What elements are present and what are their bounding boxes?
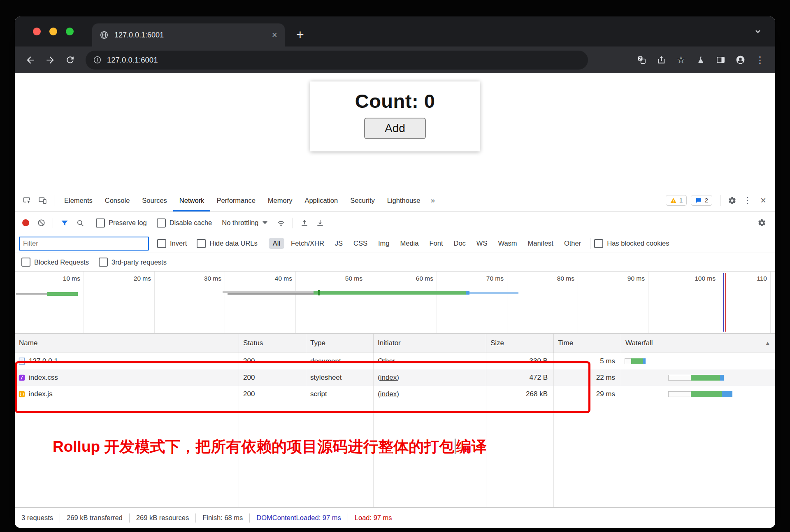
bookmark-star-icon[interactable]: ☆ — [672, 51, 690, 69]
record-network-log-button[interactable] — [22, 219, 29, 226]
address-bar[interactable]: 127.0.0.1:6001 — [86, 51, 588, 70]
close-window-button[interactable] — [33, 28, 41, 35]
export-har-icon[interactable] — [312, 212, 328, 234]
third-party-requests-checkbox[interactable]: 3rd-party requests — [99, 258, 167, 267]
resources-size: 269 kB resources — [136, 514, 189, 522]
back-button[interactable] — [21, 51, 40, 69]
table-row[interactable]: index.css 200 stylesheet (index) 472 B 2… — [15, 369, 775, 386]
extension-flask-icon[interactable] — [692, 51, 709, 69]
table-row[interactable]: 127.0.0.1 200 document Other 330 B 5 ms — [15, 353, 775, 369]
filter-type-wasm[interactable]: Wasm — [494, 238, 521, 249]
tab-sources[interactable]: Sources — [136, 189, 173, 211]
filter-type-manifest[interactable]: Manifest — [524, 238, 558, 249]
site-info-icon[interactable] — [93, 56, 102, 64]
devtools-settings-gear-icon[interactable] — [724, 196, 740, 205]
tab-elements[interactable]: Elements — [58, 189, 99, 211]
filter-type-img[interactable]: Img — [374, 238, 394, 249]
column-header-type[interactable]: Type — [306, 334, 374, 353]
blocked-requests-checkbox[interactable]: Blocked Requests — [21, 258, 89, 267]
tab-performance[interactable]: Performance — [210, 189, 261, 211]
profile-avatar[interactable] — [732, 51, 749, 69]
tab-console[interactable]: Console — [99, 189, 136, 211]
filter-type-css[interactable]: CSS — [349, 238, 372, 249]
filter-type-font[interactable]: Font — [425, 238, 447, 249]
import-har-icon[interactable] — [297, 212, 312, 234]
hide-data-urls-checkbox[interactable]: Hide data URLs — [197, 239, 257, 248]
tab-lighthouse[interactable]: Lighthouse — [381, 189, 427, 211]
devtools-menu-icon[interactable]: ⋮ — [740, 195, 755, 205]
new-tab-button[interactable]: + — [296, 28, 304, 41]
filter-type-other[interactable]: Other — [560, 238, 585, 249]
transferred-size: 269 kB transferred — [67, 514, 123, 522]
column-header-initiator[interactable]: Initiator — [374, 334, 486, 353]
initiator-link[interactable]: (index) — [378, 374, 399, 381]
waterfall-waiting-bar — [668, 375, 692, 381]
warnings-badge[interactable]: 1 — [666, 195, 687, 206]
overview-request-bar — [16, 293, 47, 295]
add-button[interactable]: Add — [364, 118, 426, 139]
initiator-link[interactable]: (index) — [378, 390, 399, 398]
issues-count: 2 — [704, 197, 708, 204]
waterfall-content-bar — [691, 391, 722, 397]
search-icon[interactable] — [72, 212, 88, 234]
filter-type-fetch-xhr[interactable]: Fetch/XHR — [287, 238, 328, 249]
tab-application[interactable]: Application — [298, 189, 344, 211]
filter-funnel-icon[interactable] — [57, 212, 72, 234]
issues-badge[interactable]: 2 — [691, 195, 712, 206]
tab-memory[interactable]: Memory — [262, 189, 299, 211]
filter-type-doc[interactable]: Doc — [450, 238, 470, 249]
reload-button[interactable] — [61, 51, 79, 69]
throttling-value: No throttling — [222, 219, 258, 227]
minimize-window-button[interactable] — [49, 28, 57, 35]
filter-type-all[interactable]: All — [269, 238, 284, 249]
inspect-element-icon[interactable] — [19, 189, 35, 211]
network-filter-input[interactable] — [19, 237, 149, 251]
table-row[interactable]: index.js 200 script (index) 268 kB 29 ms — [15, 386, 775, 402]
tab-network[interactable]: Network — [173, 189, 211, 211]
column-header-waterfall[interactable]: Waterfall ▲ — [621, 334, 775, 353]
time-tick-label: 50 ms — [328, 275, 362, 282]
request-type: script — [306, 386, 374, 402]
zoom-window-button[interactable] — [66, 28, 74, 35]
preserve-log-checkbox[interactable]: Preserve log — [96, 218, 147, 228]
clear-network-log-icon[interactable] — [33, 212, 49, 234]
disable-cache-checkbox[interactable]: Disable cache — [157, 218, 212, 228]
tab-close-icon[interactable]: × — [272, 30, 277, 40]
message-bubble-icon — [695, 197, 702, 204]
side-panel-icon[interactable] — [712, 51, 729, 69]
filter-type-ws[interactable]: WS — [472, 238, 492, 249]
annotation-text: Rollup 开发模式下，把所有依赖的项目源码进行整体的打包编译 — [53, 437, 486, 457]
invert-checkbox[interactable]: Invert — [157, 239, 187, 248]
time-tick-label: 60 ms — [399, 275, 433, 282]
network-conditions-icon[interactable] — [273, 212, 289, 234]
devtools-close-icon[interactable]: × — [755, 196, 771, 205]
filter-type-js[interactable]: JS — [331, 238, 347, 249]
network-status-bar: 3 requests 269 kB transferred 269 kB res… — [15, 507, 775, 528]
more-tabs-icon[interactable]: » — [427, 196, 439, 205]
throttling-select[interactable]: No throttling — [222, 219, 267, 227]
waterfall-receive-bar — [722, 391, 732, 397]
waterfall-content-bar — [691, 375, 720, 381]
network-overview-timeline[interactable]: 10 ms 20 ms 30 ms 40 ms 50 ms 60 ms 70 m… — [15, 272, 775, 334]
browser-menu-icon[interactable]: ⋮ — [751, 51, 769, 69]
share-icon[interactable] — [653, 51, 670, 69]
column-header-status[interactable]: Status — [239, 334, 306, 353]
checkbox — [157, 239, 166, 248]
device-toolbar-icon[interactable] — [35, 189, 50, 211]
overview-request-bar — [314, 291, 466, 295]
network-settings-gear-icon[interactable] — [754, 212, 769, 234]
column-header-size[interactable]: Size — [486, 334, 554, 353]
column-header-time[interactable]: Time — [554, 334, 621, 353]
forward-button[interactable] — [41, 51, 59, 69]
translate-icon[interactable] — [633, 51, 650, 69]
time-tick-label: 90 ms — [610, 275, 645, 282]
tab-security[interactable]: Security — [344, 189, 381, 211]
tab-search-chevron-icon[interactable] — [753, 26, 763, 38]
browser-tab[interactable]: 127.0.0.1:6001 × — [92, 23, 285, 46]
column-header-name[interactable]: Name — [15, 334, 239, 353]
gridline — [507, 272, 507, 333]
request-name: 127.0.0.1 — [29, 353, 58, 369]
waterfall-receive-bar — [720, 375, 724, 381]
has-blocked-cookies-checkbox[interactable]: Has blocked cookies — [594, 239, 669, 248]
filter-type-media[interactable]: Media — [396, 238, 423, 249]
